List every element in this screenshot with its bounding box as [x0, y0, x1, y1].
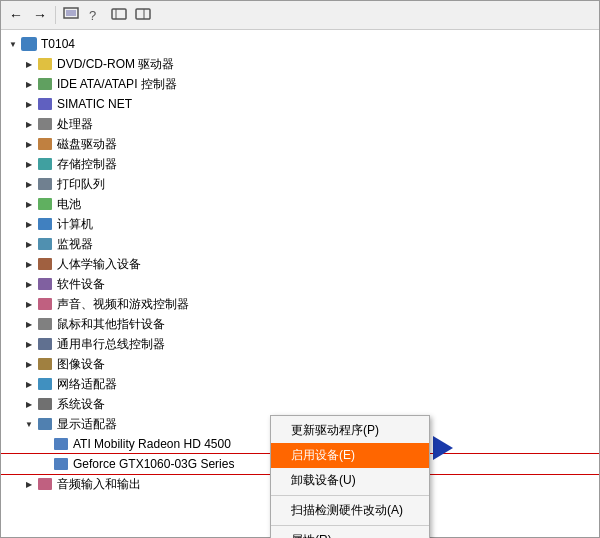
expand-btn-audioin[interactable] — [21, 476, 37, 492]
tree-item-soft[interactable]: 软件设备 — [1, 274, 599, 294]
tree-item-netadapter[interactable]: 网络适配器 — [1, 374, 599, 394]
expand-btn-soft[interactable] — [21, 276, 37, 292]
icon-printer — [37, 176, 53, 192]
icon-monitor — [37, 236, 53, 252]
tree-item-mouse[interactable]: 鼠标和其他指针设备 — [1, 314, 599, 334]
tree-item-serial[interactable]: 通用串行总线控制器 — [1, 334, 599, 354]
expand-btn-hid[interactable] — [21, 256, 37, 272]
label-ati: ATI Mobility Radeon HD 4500 — [73, 437, 231, 451]
label-soft: 软件设备 — [57, 276, 105, 293]
svg-rect-5 — [136, 9, 150, 19]
expand-btn-disk[interactable] — [21, 136, 37, 152]
icon-ide — [37, 76, 53, 92]
menu-item-update[interactable]: 更新驱动程序(P) — [271, 418, 429, 443]
icon-dvd — [37, 56, 53, 72]
scan-button[interactable] — [108, 4, 130, 26]
icon-audio — [37, 296, 53, 312]
expand-btn-system[interactable] — [21, 396, 37, 412]
expand-btn-battery[interactable] — [21, 196, 37, 212]
icon-disk — [37, 136, 53, 152]
expand-btn-audio[interactable] — [21, 296, 37, 312]
separator-1 — [55, 6, 56, 24]
icon-ati — [53, 436, 69, 452]
label-hid: 人体学输入设备 — [57, 256, 141, 273]
icon-computer — [37, 216, 53, 232]
tree-item-cpu[interactable]: 处理器 — [1, 114, 599, 134]
icon-mouse — [37, 316, 53, 332]
tree-item-computer[interactable]: 计算机 — [1, 214, 599, 234]
label-cpu: 处理器 — [57, 116, 93, 133]
help-button[interactable] — [132, 4, 154, 26]
expand-btn-netadapter[interactable] — [21, 376, 37, 392]
expand-btn-cpu[interactable] — [21, 116, 37, 132]
icon-hid — [37, 256, 53, 272]
label-mouse: 鼠标和其他指针设备 — [57, 316, 165, 333]
icon-battery — [37, 196, 53, 212]
label-serial: 通用串行总线控制器 — [57, 336, 165, 353]
tree-item-hid[interactable]: 人体学输入设备 — [1, 254, 599, 274]
expand-btn-monitor[interactable] — [21, 236, 37, 252]
forward-button[interactable]: → — [29, 4, 51, 26]
tree-item-storage[interactable]: 存储控制器 — [1, 154, 599, 174]
expand-btn-printer[interactable] — [21, 176, 37, 192]
label-disk: 磁盘驱动器 — [57, 136, 117, 153]
svg-text:?: ? — [89, 8, 96, 23]
label-computer: 计算机 — [57, 216, 93, 233]
menu-item-enable[interactable]: 启用设备(E) — [271, 443, 429, 468]
expand-btn-ide[interactable] — [21, 76, 37, 92]
tree-item-dvd[interactable]: DVD/CD-ROM 驱动器 — [1, 54, 599, 74]
expand-btn-camera[interactable] — [21, 356, 37, 372]
label-net: SIMATIC NET — [57, 97, 132, 111]
menu-item-scan[interactable]: 扫描检测硬件改动(A) — [271, 498, 429, 523]
menu-item-props[interactable]: 属性(R) — [271, 528, 429, 538]
expand-btn-net[interactable] — [21, 96, 37, 112]
expand-btn-serial[interactable] — [21, 336, 37, 352]
label-printer: 打印队列 — [57, 176, 105, 193]
icon-display — [37, 416, 53, 432]
label-dvd: DVD/CD-ROM 驱动器 — [57, 56, 174, 73]
label-monitor: 监视器 — [57, 236, 93, 253]
label-audio: 声音、视频和游戏控制器 — [57, 296, 189, 313]
icon-net — [37, 96, 53, 112]
menu-separator — [271, 495, 429, 496]
update-button[interactable]: ? — [84, 4, 106, 26]
tree-item-ide[interactable]: IDE ATA/ATAPI 控制器 — [1, 74, 599, 94]
expand-btn-computer[interactable] — [21, 216, 37, 232]
expand-btn-storage[interactable] — [21, 156, 37, 172]
icon-camera — [37, 356, 53, 372]
tree-item-system[interactable]: 系统设备 — [1, 394, 599, 414]
root-label: T0104 — [41, 37, 75, 51]
tree-item-audio[interactable]: 声音、视频和游戏控制器 — [1, 294, 599, 314]
root-expand[interactable] — [5, 36, 21, 52]
expand-btn-mouse[interactable] — [21, 316, 37, 332]
expand-btn-dvd[interactable] — [21, 56, 37, 72]
tree-item-monitor[interactable]: 监视器 — [1, 234, 599, 254]
icon-audioin — [37, 476, 53, 492]
menu-arrow — [433, 436, 453, 460]
icon-system — [37, 396, 53, 412]
svg-rect-3 — [112, 9, 126, 19]
icon-netadapter — [37, 376, 53, 392]
label-netadapter: 网络适配器 — [57, 376, 117, 393]
label-camera: 图像设备 — [57, 356, 105, 373]
label-ide: IDE ATA/ATAPI 控制器 — [57, 76, 177, 93]
tree-item-printer[interactable]: 打印队列 — [1, 174, 599, 194]
properties-button[interactable] — [60, 4, 82, 26]
icon-storage — [37, 156, 53, 172]
icon-serial — [37, 336, 53, 352]
label-audioin: 音频输入和输出 — [57, 476, 141, 493]
icon-cpu — [37, 116, 53, 132]
svg-rect-1 — [66, 10, 76, 16]
expand-btn-display[interactable] — [21, 416, 37, 432]
tree-item-net[interactable]: SIMATIC NET — [1, 94, 599, 114]
tree-item-battery[interactable]: 电池 — [1, 194, 599, 214]
label-battery: 电池 — [57, 196, 81, 213]
icon-soft — [37, 276, 53, 292]
tree-item-disk[interactable]: 磁盘驱动器 — [1, 134, 599, 154]
tree-root[interactable]: T0104 — [1, 34, 599, 54]
menu-item-uninstall[interactable]: 卸载设备(U) — [271, 468, 429, 493]
icon-gtx — [53, 456, 69, 472]
back-button[interactable]: ← — [5, 4, 27, 26]
tree-item-camera[interactable]: 图像设备 — [1, 354, 599, 374]
label-display: 显示适配器 — [57, 416, 117, 433]
